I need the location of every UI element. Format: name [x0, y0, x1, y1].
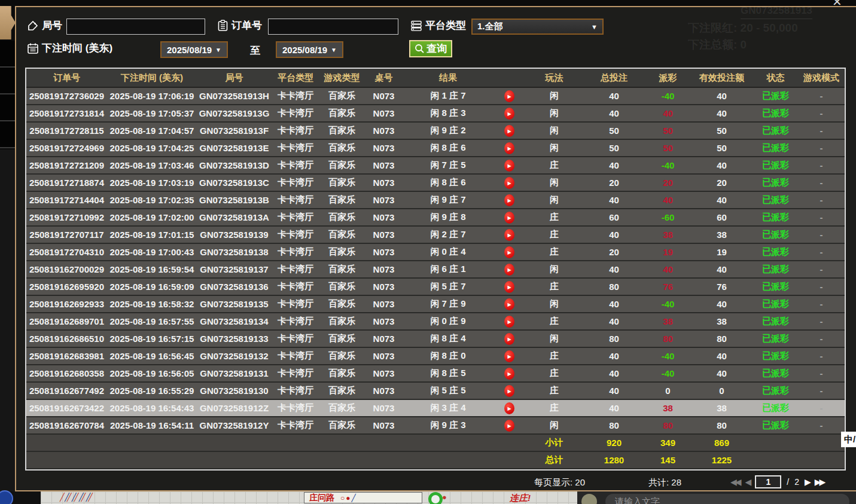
table-row[interactable]: 2508191727144042025-08-19 17:02:35GN0732…	[26, 191, 845, 209]
last-page-icon[interactable]: ▶▶	[815, 477, 824, 487]
ime-indicator: 中/	[841, 432, 856, 447]
table-row[interactable]: 2508191626774922025-08-19 16:55:29GN0732…	[26, 382, 845, 399]
cell: 2025-08-19 17:02:35	[107, 191, 197, 209]
table-row[interactable]: 2508191626707842025-08-19 16:54:11GN0732…	[26, 417, 845, 434]
cell: 2025-08-19 17:05:37	[107, 105, 197, 122]
table-row[interactable]: 2508191727318142025-08-19 17:05:37GN0732…	[26, 105, 845, 122]
side-tab[interactable]	[0, 6, 16, 39]
side-menu-item[interactable]	[0, 68, 15, 94]
cell: -	[798, 365, 845, 382]
chat-input[interactable]: 请输入文字	[605, 494, 849, 504]
cell: 卡卡湾厅	[272, 226, 319, 243]
table-row[interactable]: 2508191727360292025-08-19 17:06:19GN0732…	[26, 87, 845, 105]
table-row[interactable]: 2508191626839812025-08-19 16:56:45GN0732…	[26, 347, 845, 365]
cell: 庄	[526, 382, 583, 399]
cell: 60	[583, 209, 645, 226]
play-video-icon[interactable]: ▶	[504, 229, 514, 241]
prev-page-icon[interactable]: ◀	[745, 477, 750, 487]
cell: 闲 8 庄 0	[403, 347, 493, 365]
cell: 闲 8 庄 4	[403, 330, 493, 347]
cell: -40	[645, 87, 690, 105]
cell: 闲 6 庄 1	[403, 261, 493, 278]
records-table: 订单号下注时间 (美东)局号平台类型游戏类型桌号结果玩法总投注派彩有效投注额状态…	[26, 69, 845, 469]
summary-cell	[753, 434, 845, 451]
play-video-icon[interactable]: ▶	[504, 333, 514, 345]
cell: 250819162670784	[26, 417, 107, 434]
platform-select-value: 1.全部	[477, 21, 503, 32]
table-row[interactable]: 2508191626897012025-08-19 16:57:55GN0732…	[26, 313, 845, 330]
play-video-icon[interactable]: ▶	[504, 160, 514, 172]
cell: 40	[583, 105, 645, 122]
play-video-icon[interactable]: ▶	[504, 385, 514, 397]
chevron-down-icon: ▼	[331, 47, 337, 53]
table-row[interactable]: 2508191727071172025-08-19 17:01:15GN0732…	[26, 226, 845, 243]
play-video-icon[interactable]: ▶	[504, 177, 514, 189]
cell: 闲 5 庄 5	[403, 382, 493, 399]
bg-total-text: 下注总额: 0	[688, 37, 747, 53]
cell: 卡卡湾厅	[272, 105, 319, 122]
play-video-icon[interactable]: ▶	[504, 281, 514, 293]
table-row[interactable]: 2508191727249692025-08-19 17:04:25GN0732…	[26, 139, 845, 157]
date-from-select[interactable]: 2025/08/19 ▼	[160, 41, 228, 58]
first-page-icon[interactable]: ◀◀	[730, 477, 740, 487]
cell: 40	[645, 105, 690, 122]
table-row[interactable]: 2508191626734222025-08-19 16:54:43GN0732…	[26, 399, 845, 417]
order-input[interactable]	[268, 19, 398, 35]
play-video-icon[interactable]: ▶	[504, 402, 514, 414]
table-row[interactable]: 2508191627000292025-08-19 16:59:54GN0732…	[26, 261, 845, 278]
cell: N073	[364, 347, 403, 365]
play-video-icon[interactable]: ▶	[504, 420, 514, 432]
round-input[interactable]	[66, 19, 205, 35]
cell: 已派彩	[753, 174, 798, 191]
cell: N073	[364, 330, 403, 347]
side-menu-item[interactable]	[0, 121, 15, 148]
page-input[interactable]	[755, 475, 781, 488]
cell: 闲 2 庄 7	[403, 226, 493, 243]
search-button[interactable]: 查询	[409, 40, 452, 57]
table-row[interactable]: 2508191727109922025-08-19 17:02:00GN0732…	[26, 209, 845, 226]
play-video-icon[interactable]: ▶	[504, 264, 514, 276]
cell: 庄	[526, 243, 583, 261]
play-video-icon[interactable]: ▶	[504, 298, 514, 310]
cell: 40	[583, 191, 645, 209]
play-video-icon[interactable]: ▶	[504, 142, 514, 154]
cell: 2025-08-19 16:55:29	[107, 382, 197, 399]
play-video-icon[interactable]: ▶	[504, 125, 514, 137]
play-video-icon[interactable]: ▶	[504, 108, 514, 120]
order-filter: 订单号	[217, 19, 262, 32]
cell: -40	[645, 295, 690, 313]
replay-cell: ▶	[493, 399, 526, 417]
table-row[interactable]: 2508191727188742025-08-19 17:03:19GN0732…	[26, 174, 845, 191]
table-row[interactable]: 2508191626929332025-08-19 16:58:32GN0732…	[26, 295, 845, 313]
table-row[interactable]: 2508191727043102025-08-19 17:00:43GN0732…	[26, 243, 845, 261]
play-video-icon[interactable]: ▶	[504, 194, 514, 206]
cell: 2025-08-19 16:54:11	[107, 417, 197, 434]
play-video-icon[interactable]: ▶	[504, 246, 514, 258]
platform-select[interactable]: 1.全部 ▼	[471, 19, 604, 35]
streak-label: 连庄!	[510, 493, 531, 504]
per-page-label: 每页显示: 20	[534, 477, 585, 488]
table-row[interactable]: 2508191626803582025-08-19 16:56:05GN0732…	[26, 365, 845, 382]
play-video-icon[interactable]: ▶	[504, 212, 514, 224]
side-menu-item[interactable]	[0, 94, 15, 121]
date-to-select[interactable]: 2025/08/19 ▼	[276, 41, 343, 58]
cell: 38	[645, 313, 690, 330]
play-video-icon[interactable]: ▶	[504, 368, 514, 380]
order-filter-label: 订单号	[231, 19, 262, 32]
cell: GN0732581913E	[197, 139, 272, 157]
table-row[interactable]: 2508191626865102025-08-19 16:57:15GN0732…	[26, 330, 845, 347]
play-video-icon[interactable]: ▶	[504, 350, 514, 362]
cell: 已派彩	[753, 295, 798, 313]
cell: 已派彩	[753, 399, 798, 417]
cell: -	[798, 87, 845, 105]
play-video-icon[interactable]: ▶	[504, 90, 514, 102]
table-row[interactable]: 2508191626959202025-08-19 16:59:09GN0732…	[26, 278, 845, 295]
summary-cell	[26, 451, 526, 469]
play-video-icon[interactable]: ▶	[504, 316, 514, 328]
table-row[interactable]: 2508191727281152025-08-19 17:04:57GN0732…	[26, 122, 845, 139]
cell: 闲	[526, 417, 583, 434]
table-row[interactable]: 2508191727212092025-08-19 17:03:46GN0732…	[26, 157, 845, 174]
next-page-icon[interactable]: ▶	[805, 477, 809, 487]
cell: 卡卡湾厅	[272, 261, 319, 278]
side-menu-item[interactable]	[0, 41, 15, 68]
